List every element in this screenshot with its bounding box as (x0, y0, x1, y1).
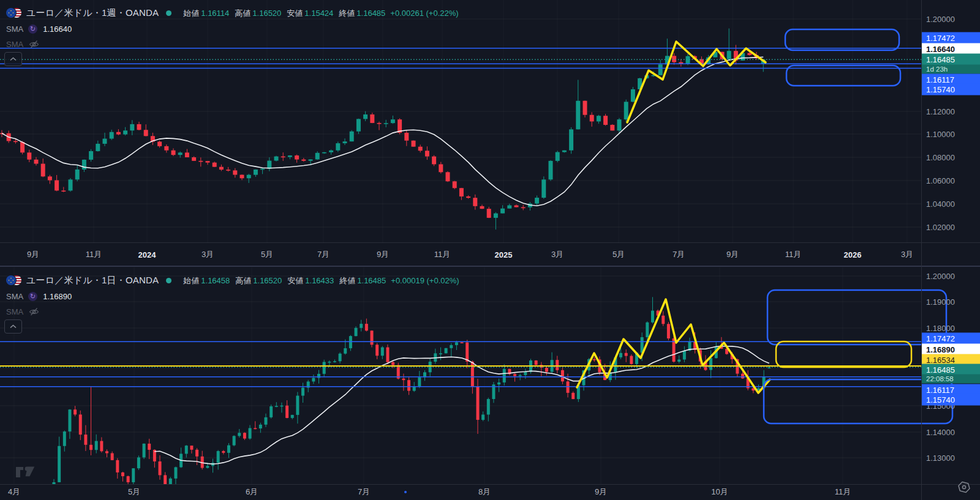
time-axis-month-label: 3月 (901, 249, 913, 260)
sma-value: 1.16640 (43, 24, 72, 34)
pane-2-sma-line[interactable] (154, 346, 769, 465)
price-axis[interactable]: 1.200001.120001.100001.080001.060001.040… (921, 0, 980, 500)
time-axis-year-label: 2025 (495, 250, 513, 259)
pane-2-candles (53, 297, 771, 494)
time-axis-month-label: 3月 (551, 249, 564, 260)
change-value: +0.00019 (+0.02%) (391, 276, 459, 285)
time-axis-month-label: 11月 (785, 249, 802, 260)
sma2-label: SMA (6, 40, 23, 49)
high-value: 1.16520 (252, 9, 281, 18)
time-axis-month-label: 7月 (317, 249, 330, 260)
pane-2-axis-tick: 1.13000 (926, 453, 955, 463)
pane-1-axis-tick: 1.02000 (926, 223, 955, 232)
pane2-symbol-title[interactable]: ユーロ／米ドル・1日・OANDA (26, 275, 159, 286)
open-label: 始値 (183, 275, 199, 286)
sma2-label: SMA (6, 307, 23, 316)
pane-2-price-label-blue: 1.17472 (922, 333, 980, 345)
low-label: 安値 (287, 8, 303, 19)
open-value: 1.16114 (201, 9, 229, 18)
time-axis-month-label: 9月 (726, 249, 739, 260)
low-value: 1.16433 (305, 276, 334, 285)
time-axis-marker-dot (404, 491, 407, 493)
pane-1-price-label-blue: 1.15740 (922, 84, 980, 95)
time-axis-month-label: 9月 (377, 249, 389, 260)
time-axis-month-label: 10月 (711, 487, 728, 498)
time-axis-month-label: 11月 (434, 249, 451, 260)
pane1-symbol-title[interactable]: ユーロ／米ドル・1週・OANDA (26, 7, 159, 19)
open-label: 始値 (183, 8, 199, 19)
time-axis-month-label: 5月 (261, 249, 273, 260)
pane-divider[interactable] (0, 266, 980, 267)
time-axis-month-label: 5月 (612, 249, 625, 260)
time-axis-month-label: 7月 (673, 249, 685, 260)
time-axis-month-label: 9月 (595, 487, 607, 498)
pane2-symbol-row[interactable]: ユーロ／米ドル・1日・OANDA 始値 1.16458 高値 1.16520 安… (6, 275, 459, 286)
time-axis-month-label: 3月 (202, 249, 214, 260)
pane-1-axis-tick: 1.10000 (926, 130, 955, 139)
time-axis-year-label: 2026 (844, 250, 862, 259)
pane-1-axis-tick: 1.08000 (926, 153, 955, 162)
pane-1-axis-tick: 1.04000 (926, 200, 955, 209)
pane1-symbol-row[interactable]: ユーロ／米ドル・1週・OANDA 始値 1.16114 高値 1.16520 安… (6, 7, 459, 19)
pane1-legend: ユーロ／米ドル・1週・OANDA 始値 1.16114 高値 1.16520 安… (6, 7, 459, 50)
change-value: +0.00261 (+0.22%) (390, 9, 458, 18)
pane2-sma-row[interactable]: SMA ↻ 1.16890 (6, 291, 459, 302)
sma-loading-icon: ↻ (28, 292, 37, 301)
time-axis-month-label: 8月 (478, 487, 491, 498)
close-value: 1.16485 (357, 276, 386, 285)
pane-2-axis-tick: 1.19000 (926, 297, 955, 307)
chart-app: ユーロ／米ドル・1週・OANDA 始値 1.16114 高値 1.16520 安… (0, 0, 980, 500)
pane2-legend: ユーロ／米ドル・1日・OANDA 始値 1.16458 高値 1.16520 安… (6, 275, 459, 317)
pane-1-axis-tick: 1.20000 (926, 15, 955, 24)
time-axis-year-label: 2024 (138, 250, 156, 259)
low-label: 安値 (287, 275, 303, 286)
eye-off-icon[interactable] (29, 40, 39, 49)
pane2-sma2-row[interactable]: SMA (6, 306, 459, 317)
pane-1-price-label-teal: 1.16485 (922, 54, 980, 65)
time-axis-month-label: 11月 (835, 487, 851, 498)
sma-value: 1.16890 (43, 292, 72, 301)
pane-1-axis-tick: 1.06000 (926, 176, 955, 185)
pane1-sma2-row[interactable]: SMA (6, 39, 459, 50)
pane-2-axis-tick: 1.20000 (926, 272, 955, 281)
close-label: 終値 (339, 275, 355, 286)
eye-off-icon[interactable] (29, 307, 39, 316)
open-value: 1.16458 (201, 276, 230, 285)
time-axis-month-label: 6月 (246, 487, 258, 498)
pane1-sma-row[interactable]: SMA ↻ 1.16640 (6, 23, 459, 34)
pane-2-yellow-box-drawing[interactable] (776, 341, 911, 367)
currency-pair-icon (6, 275, 22, 286)
time-axis-month-label: 5月 (128, 487, 140, 498)
pane-2-blue-box-drawing[interactable] (767, 290, 946, 345)
pane-1-price-label-tealsub: 1d 23h (922, 65, 980, 74)
time-axis-month-label: 11月 (86, 249, 102, 260)
pane1-collapse-button[interactable] (4, 52, 22, 66)
pane2-collapse-button[interactable] (4, 319, 22, 334)
market-open-dot-icon (166, 278, 172, 283)
time-axis-border-bottom-pane (0, 484, 980, 485)
pane-2-price-label-blue: 1.15740 (922, 394, 980, 406)
close-label: 終値 (339, 8, 355, 19)
pane-1-axis-tick: 1.12000 (926, 107, 955, 116)
pane-1-blue-box-drawing[interactable] (785, 29, 899, 50)
high-value: 1.16520 (253, 276, 282, 285)
pane-1-price-label-blue: 1.17472 (922, 32, 980, 44)
pane-2-axis-tick: 1.14000 (926, 428, 955, 437)
tradingview-logo-icon (15, 464, 37, 481)
low-value: 1.15424 (304, 9, 333, 18)
currency-pair-icon (6, 8, 22, 18)
pane-2-axis-tick: 1.18000 (926, 324, 955, 333)
time-axis-border-top-pane (0, 242, 980, 243)
time-axis-month-label: 9月 (27, 249, 39, 260)
pane-2-price-label-tealsub: 22:08:58 (922, 375, 980, 384)
time-axis-month-label: 4月 (8, 487, 20, 498)
time-axis-month-label: 7月 (358, 487, 370, 498)
pane-1-rect-drawings (785, 29, 900, 86)
high-label: 高値 (235, 275, 251, 286)
market-open-dot-icon (166, 10, 172, 16)
sma-label: SMA (6, 292, 23, 301)
sma-loading-icon: ↻ (28, 24, 37, 34)
high-label: 高値 (235, 8, 251, 19)
quick-settings-hexagon-icon[interactable] (957, 481, 971, 493)
close-value: 1.16485 (356, 9, 385, 18)
